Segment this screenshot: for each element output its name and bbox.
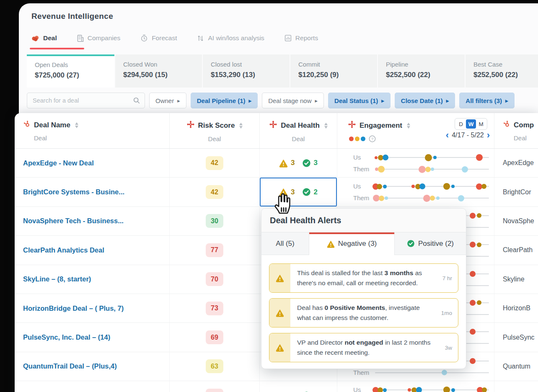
engagement-cell[interactable]: UsThem [337,149,494,177]
filter-all-filters-3[interactable]: All filters (3)▸ [459,93,514,108]
deal-name-link[interactable]: ApexEdge - New Deal [23,159,94,167]
deal-name-link[interactable]: SkyLine – (8, starter) [23,275,91,283]
sort-icon[interactable] [407,123,410,129]
caret-right-icon: ▸ [249,98,252,104]
engagement-dot [383,388,387,392]
summary-card-closed-won[interactable]: Closed Won$294,500 (15) [115,54,202,88]
nav-tab-deal[interactable]: Deal [31,34,57,43]
period-M[interactable]: M [476,119,486,129]
chevron-left-icon[interactable]: ‹ [446,132,449,139]
filter-deal-status-1[interactable]: Deal Status (1)▸ [328,93,391,108]
engagement-dot [383,155,388,160]
caret-right-icon: ▸ [505,98,508,104]
nav-tab-companies[interactable]: Companies [77,34,120,43]
engagement-dot [425,167,431,172]
sort-icon[interactable] [324,123,328,129]
summary-card-best-case[interactable]: Best Case$252,500 (22) [466,54,538,88]
table-row: BrightCore Systems - Busine...4232UsThem… [15,178,538,206]
chevron-right-icon[interactable]: › [487,132,490,139]
check-circle-icon [407,240,415,248]
risk-score-badge: 30 [206,214,223,228]
timeline [375,186,489,187]
column-header-deal-name[interactable]: Deal Name Deal [15,113,170,148]
filter-owner[interactable]: Owner▸ [149,93,186,108]
deal-name-link[interactable]: QuantumTrail Deal – (Plus,4) [23,362,117,370]
card-value: $153,290 (13) [211,71,290,79]
nav-tabs: DealCompaniesForecastAI win/loss analysi… [31,34,318,43]
card-value: $252,500 (22) [473,71,538,79]
summary-card-commit[interactable]: Commit$120,250 (9) [290,54,377,88]
card-label: Open Deals [35,61,114,68]
deal-name-link[interactable]: BrightCore Systems - Busine... [23,188,124,196]
card-value: $294,500 (15) [123,71,202,79]
popup-tab-positive-2[interactable]: Positive (2) [394,232,466,255]
alert-time: 7 hr [436,264,458,292]
period-W[interactable]: W [466,119,476,129]
engagement-cell[interactable]: UsThem [337,381,494,392]
deal-name-link[interactable]: HorizonBridge Deal – ( Plus, 7) [23,304,124,312]
cross-icon [186,120,195,131]
summary-card-pipeline[interactable]: Pipeline$252,500 (22) [378,54,465,88]
nav-tab-forecast[interactable]: Forecast [140,34,177,43]
search-input[interactable] [27,93,145,108]
deal-name-link[interactable]: PulseSync, Inc. Deal – (14) [23,333,110,341]
summary-card-open-deals[interactable]: Open Deals$725,000 (27) [27,54,114,88]
deal-health-cell[interactable]: 33 [260,149,337,177]
deal-name-link[interactable]: NovaSphere Tech - Business... [23,217,124,225]
winloss-icon [197,35,204,42]
filter-close-date-1[interactable]: Close Date (1)▸ [395,93,455,108]
engagement-dot [462,166,468,173]
deal-health-cell[interactable] [260,381,337,392]
alert-card: This deal is stalled for the last 3 mont… [269,263,458,293]
risk-score-badge: 70 [206,272,223,286]
card-label: Closed Won [123,61,202,68]
engagement-dot [482,387,487,392]
engagement-cell[interactable]: UsThem [337,178,494,206]
engagement-dot [385,196,388,200]
engagement-dot [430,196,435,201]
card-value: $252,500 (22) [386,71,465,79]
warning-icon [269,333,290,362]
filter-deal-stage-now[interactable]: Deal stage now▸ [262,93,324,108]
engagement-dot [470,242,476,248]
popup-tab-all-5[interactable]: All (5) [261,232,309,255]
column-header-deal-health[interactable]: Deal Health Deal [260,113,337,148]
engagement-dot [375,156,378,159]
us-label: Us [353,183,361,190]
deal-icon [31,35,39,41]
popup-tab-negative-3[interactable]: Negative (3) [309,232,394,255]
us-label: Us [353,154,361,161]
nav-tab-ai-win-loss-analysis[interactable]: AI win/loss analysis [197,34,264,43]
column-header-company[interactable]: Comp Deal [494,113,538,148]
summary-card-closed-lost[interactable]: Closed lost$153,290 (13) [203,54,290,88]
period-D[interactable]: D [456,119,466,129]
engagement-dot [470,358,476,364]
deal-health-alerts-popup: Deal Health Alerts All (5)Negative (3)Po… [261,208,466,369]
deal-name-link[interactable]: ClearPath Analytics Deal [23,246,104,254]
company-cell: BrightCor [503,188,531,196]
filter-deal-pipeline-1[interactable]: Deal Pipeline (1)▸ [191,93,258,108]
column-header-risk-score[interactable]: Risk Score Deal [170,113,260,148]
them-label: Them [353,165,369,173]
us-label: Us [353,386,361,392]
company-cell: ClearPath [503,246,533,254]
nav-tab-reports[interactable]: Reports [285,34,318,43]
engagement-dot [378,387,383,392]
engagement-dot [481,184,486,189]
engagement-dot [443,387,450,392]
table-row: ApexEdge - New Deal4233UsThemApexEdge [15,149,538,178]
card-label: Commit [298,61,377,68]
company-cell: Skyline [503,276,525,283]
alert-text: VP and Director not engaged in last 2 mo… [290,333,436,362]
column-header-engagement[interactable]: Engagement ? DWM ‹ 4/17 - 5/22 › [337,113,494,148]
sort-icon[interactable] [75,122,78,128]
sprocket-icon [23,120,31,130]
deal-health-cell[interactable]: 32 [260,178,337,206]
legend-dot [361,137,365,141]
question-icon[interactable]: ? [369,135,376,142]
engagement-dot [436,196,440,200]
search-icon [133,97,140,106]
risk-score-badge [206,389,223,392]
card-label: Closed lost [211,61,290,68]
sort-icon[interactable] [239,123,243,129]
